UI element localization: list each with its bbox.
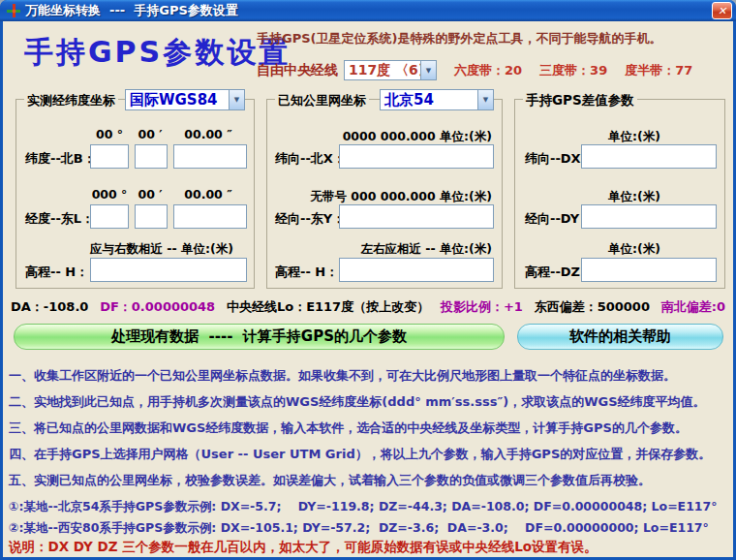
- app-window: 万能坐标转换 --- 手持GPS参数设置 ✕ 手持GPS参数设置 手持GPS(卫…: [0, 0, 736, 560]
- dy-label: 经向--DY: [525, 210, 579, 228]
- central-meridian-status: 中央经线Lo：E117度（按上改变）: [227, 298, 429, 316]
- gps-delta-group: 手持GPS差值参数 单位:(米) 纬向--DX 单位:(米) 经向--DY 单位…: [514, 99, 725, 289]
- longitude-label: 经度--东L：: [25, 210, 94, 228]
- north-x-label: 纬向--北X：: [275, 150, 346, 168]
- df-value: DF：0.00000048: [100, 298, 215, 316]
- window-title: 万能坐标转换 --- 手持GPS参数设置: [25, 2, 712, 19]
- central-meridian-label: 自由中央经线: [257, 62, 338, 79]
- measured-height-hint: 应与右数相近 -- 单位:(米): [90, 241, 233, 258]
- dz-input[interactable]: [581, 258, 717, 282]
- example-xian80: ②:某地--西安80系手持GPS参数示例: DX=-105.1; DY=-57.…: [9, 517, 729, 539]
- titlebar[interactable]: 万能坐标转换 --- 手持GPS参数设置 ✕: [0, 0, 736, 21]
- six-degree-zone-label: 六度带：: [454, 63, 505, 78]
- lat-deg-hint: 00 °: [88, 127, 131, 141]
- example-beijing54: ①:某地--北京54系手持GPS参数示例: DX=-5.7; DY=-119.8…: [9, 496, 729, 517]
- dx-input[interactable]: [581, 144, 717, 169]
- latitude-deg-input[interactable]: [90, 144, 129, 169]
- lon-format-hint: 000 ° 00 ′ 00.00 ″: [88, 187, 247, 202]
- dx-unit-hint: 单位:(米): [608, 129, 660, 145]
- chevron-down-icon[interactable]: ▼: [420, 61, 436, 79]
- six-degree-zone-value: 20: [505, 63, 522, 78]
- known-height-hint: 左右应相近 -- 单位:(米): [360, 241, 492, 258]
- known-height-label: 高程-- H：: [275, 264, 338, 281]
- dy-unit-hint: 单位:(米): [608, 189, 660, 205]
- close-button[interactable]: ✕: [712, 2, 732, 19]
- three-degree-zone-label: 三度带：: [539, 63, 590, 78]
- app-icon: [6, 3, 21, 18]
- chevron-down-icon[interactable]: ▼: [477, 90, 493, 109]
- instruction-step-5: 五、实测已知点的公里网坐标，校验参数误差。如误差偏大，试着输入三个参数的负值或微…: [9, 467, 729, 493]
- lon-min-hint: 00 ′: [131, 187, 169, 202]
- dz-label: 高程--DZ: [525, 264, 580, 281]
- instruction-step-3: 三、将已知点的公里网数据和WGS经纬度数据，输入本软件，选合适的中央经线及坐标类…: [9, 415, 729, 441]
- lon-sec-hint: 00.00 ″: [169, 187, 247, 202]
- north-x-input[interactable]: [339, 144, 494, 169]
- measured-height-label: 高程-- H：: [25, 264, 88, 281]
- process-data-button[interactable]: 处理现有数据 ---- 计算手持GPS的几个参数: [14, 324, 505, 350]
- latitude-sec-input[interactable]: [173, 144, 247, 169]
- three-degree-zone-value: 39: [590, 63, 607, 78]
- half-degree-zone-label: 度半带：: [625, 63, 675, 78]
- dialog-body: 手持GPS参数设置 手持GPS(卫星定位系统)是特殊的野外定点工具，不同于能导航…: [3, 21, 733, 557]
- lat-format-hint: 00 ° 00 ′ 00.00 ″: [88, 127, 247, 141]
- instruction-step-1: 一、收集工作区附近的一个已知公里网坐标点数据。如果收集不到，可在大比例尺地形图上…: [9, 362, 729, 389]
- latitude-label: 纬度--北B：: [25, 150, 96, 168]
- six-degree-zone: 六度带：20: [454, 62, 522, 79]
- known-height-input[interactable]: [339, 258, 494, 282]
- dx-label: 纬向--DX: [525, 150, 581, 168]
- east-y-label: 经向--东Y：: [275, 210, 345, 228]
- longitude-min-input[interactable]: [135, 204, 168, 229]
- east-y-input[interactable]: [339, 204, 494, 229]
- known-grid-group: 已知公里网坐标 北京54 ▼ 0000 000.000 单位:(米) 纬向--北…: [266, 99, 503, 289]
- measured-height-input[interactable]: [90, 258, 247, 282]
- lon-deg-hint: 000 °: [88, 187, 131, 202]
- known-datum-value: 北京54: [381, 91, 477, 109]
- instruction-step-4: 四、在手持GPS上选择用户网格（User -- User UTM Grid），将…: [9, 441, 729, 467]
- three-degree-zone: 三度带：39: [539, 62, 607, 79]
- dz-unit-hint: 单位:(米): [608, 241, 660, 258]
- note-text: 说明：DX DY DZ 三个参数一般在几百以内，如太大了，可能原始数据有误或中央…: [9, 539, 598, 556]
- longitude-sec-input[interactable]: [173, 204, 247, 229]
- east-west-offset: 东西偏差：500000: [535, 298, 650, 316]
- half-degree-zone: 度半带：77: [625, 62, 692, 79]
- measured-datum-value: 国际WGS84: [126, 91, 229, 109]
- measured-datum-select[interactable]: 国际WGS84 ▼: [125, 89, 245, 110]
- longitude-deg-input[interactable]: [90, 204, 129, 229]
- known-grid-title: 已知公里网坐标: [275, 92, 369, 109]
- north-south-offset: 南北偏差:0: [661, 298, 725, 316]
- chevron-down-icon[interactable]: ▼: [229, 90, 244, 109]
- page-title: 手持GPS参数设置: [24, 33, 291, 73]
- measured-coords-title: 实测经纬度坐标: [24, 92, 118, 109]
- known-datum-select[interactable]: 北京54 ▼: [380, 89, 494, 110]
- instructions-list: 一、收集工作区附近的一个已知公里网坐标点数据。如果收集不到，可在大比例尺地形图上…: [9, 362, 729, 493]
- projection-scale: 投影比例：+1: [441, 298, 523, 316]
- gps-description: 手持GPS(卫星定位系统)是特殊的野外定点工具，不同于能导航的手机。: [257, 30, 729, 47]
- measured-coords-group: 实测经纬度坐标 国际WGS84 ▼ 00 ° 00 ′ 00.00 ″ 纬度--…: [15, 99, 255, 289]
- gps-delta-title: 手持GPS差值参数: [523, 92, 637, 109]
- east-y-hint: 无带号 000 000.000 单位:(米): [310, 189, 492, 205]
- dy-input[interactable]: [581, 204, 717, 229]
- lat-min-hint: 00 ′: [131, 127, 169, 141]
- close-icon: ✕: [718, 5, 726, 17]
- half-degree-zone-value: 77: [675, 63, 692, 78]
- central-meridian-row: 自由中央经线 117度 〈6〉 ▼ 六度带：20 三度带：39 度半带：77: [257, 60, 692, 80]
- central-meridian-select[interactable]: 117度 〈6〉 ▼: [344, 60, 437, 80]
- latitude-min-input[interactable]: [135, 144, 168, 169]
- help-button[interactable]: 软件的相关帮助: [517, 324, 723, 350]
- lat-sec-hint: 00.00 ″: [169, 127, 247, 141]
- da-value: DA：-108.0: [11, 298, 88, 316]
- central-meridian-value: 117度 〈6〉: [345, 62, 420, 79]
- status-row: DA：-108.0 DF：0.00000048 中央经线Lo：E117度（按上改…: [11, 298, 725, 316]
- instruction-step-2: 二、实地找到此已知点，用手持机多次测量该点的WGS经纬度坐标(ddd° mm′s…: [9, 389, 729, 415]
- north-x-hint: 0000 000.000 单位:(米): [343, 129, 492, 145]
- example-list: ①:某地--北京54系手持GPS参数示例: DX=-5.7; DY=-119.8…: [9, 496, 729, 539]
